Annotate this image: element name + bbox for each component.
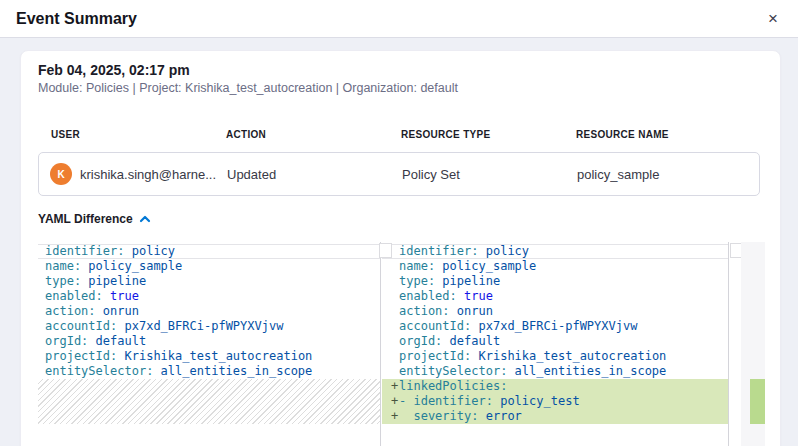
code-line: orgId: default <box>382 334 728 349</box>
user-cell: K krishika.singh@harne... <box>50 163 227 185</box>
table-header: USER ACTION RESOURCE TYPE RESOURCE NAME <box>21 129 780 140</box>
code-line: entitySelector: all_entities_in_scope <box>38 364 380 379</box>
column-header-action: ACTION <box>226 129 401 140</box>
action-cell: Updated <box>227 167 402 182</box>
diff-plus-marker: + <box>391 409 398 424</box>
diff-added-marker <box>750 379 765 424</box>
avatar: K <box>50 163 72 185</box>
event-timestamp: Feb 04, 2025, 02:17 pm <box>38 63 780 78</box>
user-email: krishika.singh@harne... <box>80 167 216 182</box>
event-scope: Module: Policies | Project: Krishika_tes… <box>38 81 780 95</box>
code-line: orgId: default <box>38 334 380 349</box>
resource-name-cell: policy_sample <box>577 167 759 182</box>
code-line: action: onrun <box>382 304 728 319</box>
code-line: projectId: Krishika_test_autocreation <box>38 349 380 364</box>
code-line: identifier: policy <box>38 244 380 259</box>
yaml-difference-toggle[interactable]: YAML Difference <box>38 212 780 226</box>
code-line: action: onrun <box>38 304 380 319</box>
code-line: projectId: Krishika_test_autocreation <box>382 349 728 364</box>
diff-plus-marker: + <box>391 394 398 409</box>
diff-overview-ruler[interactable] <box>741 242 765 446</box>
diff-plus-marker: + <box>391 379 398 394</box>
yaml-difference-label: YAML Difference <box>38 212 133 226</box>
code-line: name: policy_sample <box>382 259 728 274</box>
event-summary-dialog: Event Summary × Feb 04, 2025, 02:17 pm M… <box>0 0 798 446</box>
code-line-added: +linkedPolicies: <box>382 379 728 394</box>
diff-modified-pane[interactable]: identifier: policy name: policy_sample t… <box>382 242 729 446</box>
scrollbar-corner-box <box>379 243 392 258</box>
code-line-added: + severity: error <box>382 409 728 424</box>
yaml-diff-editor: identifier: policy name: policy_sample t… <box>38 242 765 446</box>
column-header-resource-type: RESOURCE TYPE <box>401 129 576 140</box>
code-line: name: policy_sample <box>38 259 380 274</box>
column-header-user: USER <box>51 129 226 140</box>
code-line: type: pipeline <box>382 274 728 289</box>
code-line: entitySelector: all_entities_in_scope <box>382 364 728 379</box>
column-header-resource-name: RESOURCE NAME <box>576 129 760 140</box>
code-line: enabled: true <box>38 289 380 304</box>
page-title: Event Summary <box>16 10 137 28</box>
code-line: type: pipeline <box>38 274 380 289</box>
diff-original-pane[interactable]: identifier: policy name: policy_sample t… <box>38 242 381 446</box>
diff-placeholder-hatch <box>38 379 380 424</box>
event-card: Feb 04, 2025, 02:17 pm Module: Policies … <box>20 50 781 446</box>
chevron-up-icon[interactable] <box>139 214 151 224</box>
dialog-body: Feb 04, 2025, 02:17 pm Module: Policies … <box>0 38 798 446</box>
code-line: accountId: px7xd_BFRCi-pfWPYXVjvw <box>38 319 380 334</box>
close-icon[interactable]: × <box>762 8 784 29</box>
code-line: accountId: px7xd_BFRCi-pfWPYXVjvw <box>382 319 728 334</box>
code-line: enabled: true <box>382 289 728 304</box>
table-row: K krishika.singh@harne... Updated Policy… <box>38 152 760 196</box>
code-line-added: +- identifier: policy_test <box>382 394 728 409</box>
dialog-header: Event Summary × <box>0 0 798 38</box>
resource-type-cell: Policy Set <box>402 167 577 182</box>
code-line: identifier: policy <box>382 244 728 259</box>
